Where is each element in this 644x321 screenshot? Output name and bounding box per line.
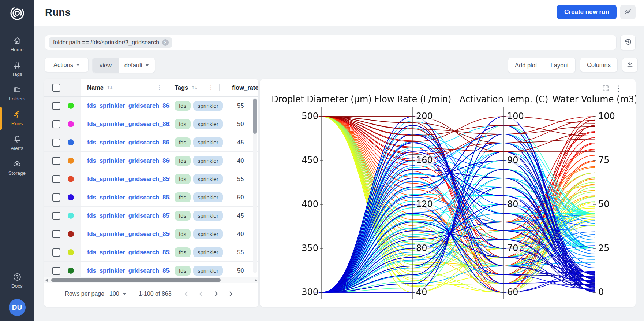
scroll-left-arrow[interactable] xyxy=(44,279,49,282)
plot-panel: ⋮ xyxy=(260,79,636,307)
row-checkbox[interactable] xyxy=(52,230,60,238)
rows-per-page-select[interactable]: 100 xyxy=(109,291,126,297)
parallel-coordinates-chart[interactable] xyxy=(260,79,636,307)
scroll-right-arrow[interactable] xyxy=(253,279,258,282)
tag-pill: fds xyxy=(175,156,191,166)
sidebar-item-label: Tags xyxy=(12,71,22,77)
run-name-link[interactable]: fds_sprinkler_gridsearch_861 xyxy=(87,139,170,146)
table-row: fds_sprinkler_gridsearch_860fdssprinkler… xyxy=(44,152,258,170)
fullscreen-icon[interactable] xyxy=(602,85,609,92)
run-tags-cell: fdssprinkler xyxy=(170,225,220,243)
download-button[interactable] xyxy=(622,58,638,72)
row-checkbox[interactable] xyxy=(52,248,60,257)
column-header-flow-rate[interactable]: flow_rate xyxy=(220,79,258,96)
tag-pill: sprinkler xyxy=(193,174,223,184)
run-name-link[interactable]: fds_sprinkler_gridsearch_857 xyxy=(87,212,170,219)
table-row: fds_sprinkler_gridsearch_855fdssprinkler… xyxy=(44,243,258,262)
filter-history-button[interactable] xyxy=(620,35,636,50)
row-checkbox[interactable] xyxy=(52,212,60,220)
plot-tools-group: Add plot Layout xyxy=(508,58,576,73)
row-checkbox[interactable] xyxy=(52,120,60,128)
run-name-link[interactable]: fds_sprinkler_gridsearch_860 xyxy=(87,157,170,164)
column-menu-icon[interactable]: ⋮ xyxy=(157,84,162,91)
tag-pill: fds xyxy=(175,266,191,276)
runner-icon xyxy=(12,110,22,119)
row-checkbox[interactable] xyxy=(52,102,60,110)
run-tags-cell: fdssprinkler xyxy=(170,152,220,170)
row-checkbox[interactable] xyxy=(52,175,60,183)
row-select-cell xyxy=(44,170,80,188)
vertical-scrollbar-thumb[interactable] xyxy=(253,99,257,134)
layout-button[interactable]: Layout xyxy=(544,58,576,73)
column-menu-icon[interactable]: ⋮ xyxy=(208,84,214,91)
sort-icon[interactable]: ↑↓ xyxy=(191,85,197,91)
table-row: fds_sprinkler_gridsearch_859fdssprinkler… xyxy=(44,170,258,188)
table-horizontal-scrollbar xyxy=(44,277,258,283)
view-default-label: default xyxy=(124,62,143,69)
add-plot-button[interactable]: Add plot xyxy=(508,58,544,73)
run-name-link[interactable]: fds_sprinkler_gridsearch_855 xyxy=(87,249,170,256)
column-header-name[interactable]: Name ↑↓ ⋮ xyxy=(80,79,170,96)
row-checkbox[interactable] xyxy=(52,157,60,165)
column-header-label: Tags xyxy=(175,84,188,91)
row-select-cell xyxy=(44,133,80,151)
close-circle-icon[interactable]: × xyxy=(162,39,169,46)
plot-menu-icon[interactable]: ⋮ xyxy=(615,84,622,93)
runs-table-body: fds_sprinkler_gridsearch_863fdssprinkler… xyxy=(44,97,258,280)
run-name-link[interactable]: fds_sprinkler_gridsearch_859 xyxy=(87,176,170,182)
row-select-cell xyxy=(44,188,80,206)
run-color-dot xyxy=(68,194,74,200)
filter-pill-text: folder.path == /fds/sprinkler/3_gridsear… xyxy=(53,39,159,46)
column-divider xyxy=(259,66,259,321)
run-name-cell: fds_sprinkler_gridsearch_862 xyxy=(80,115,170,133)
sidebar-item-folders[interactable]: Folders xyxy=(0,81,34,106)
run-name-cell: fds_sprinkler_gridsearch_857 xyxy=(80,207,170,225)
pagination-range: 1-100 of 863 xyxy=(139,291,172,297)
user-avatar[interactable]: DU xyxy=(9,299,26,316)
sidebar-nav: Home Tags Folders xyxy=(0,32,34,180)
next-page-button[interactable] xyxy=(210,288,222,300)
tag-pill: fds xyxy=(175,247,191,257)
tag-pill: fds xyxy=(175,211,191,221)
sidebar-item-alerts[interactable]: Alerts xyxy=(0,131,34,155)
compare-runs-button[interactable] xyxy=(620,5,636,19)
tag-pill: sprinkler xyxy=(193,247,223,257)
chevron-down-icon xyxy=(123,293,126,295)
run-name-cell: fds_sprinkler_gridsearch_856 xyxy=(80,225,170,243)
row-checkbox[interactable] xyxy=(52,193,60,202)
view-segment[interactable]: view xyxy=(93,58,119,73)
sidebar-item-storage[interactable]: Storage xyxy=(0,155,34,180)
rows-per-page-label: Rows per page xyxy=(65,291,104,297)
run-color-dot xyxy=(68,103,74,109)
sidebar-item-docs[interactable]: Docs xyxy=(0,269,34,293)
columns-button[interactable]: Columns xyxy=(580,58,618,72)
table-row: fds_sprinkler_gridsearch_858fdssprinkler… xyxy=(44,188,258,207)
select-all-checkbox[interactable] xyxy=(52,84,60,92)
row-checkbox[interactable] xyxy=(52,139,60,147)
app-logo-icon[interactable] xyxy=(8,4,26,22)
first-page-button[interactable] xyxy=(180,288,191,300)
run-name-link[interactable]: fds_sprinkler_gridsearch_856 xyxy=(87,230,170,237)
previous-page-button[interactable] xyxy=(195,288,207,300)
run-name-link[interactable]: fds_sprinkler_gridsearch_863 xyxy=(87,102,170,109)
actions-menu-button[interactable]: Actions xyxy=(45,58,89,72)
rows-per-page-value: 100 xyxy=(109,291,119,297)
sort-icon[interactable]: ↑↓ xyxy=(106,85,112,91)
row-checkbox[interactable] xyxy=(52,267,60,275)
page-header: Runs Create new run xyxy=(34,0,644,26)
horizontal-scrollbar-thumb[interactable] xyxy=(51,278,221,282)
sidebar-item-runs[interactable]: Runs xyxy=(0,106,34,131)
last-page-button[interactable] xyxy=(226,288,237,300)
sidebar-item-tags[interactable]: Tags xyxy=(0,57,34,81)
row-select-cell xyxy=(44,97,80,115)
column-header-tags[interactable]: Tags ↑↓ ⋮ xyxy=(170,79,220,96)
run-name-link[interactable]: fds_sprinkler_gridsearch_858 xyxy=(87,194,170,201)
filter-input[interactable]: folder.path == /fds/sprinkler/3_gridsear… xyxy=(45,35,617,50)
view-segmented-control: view default xyxy=(92,58,155,73)
bell-icon xyxy=(13,135,22,144)
run-name-link[interactable]: fds_sprinkler_gridsearch_854 xyxy=(87,267,170,274)
create-new-run-button[interactable]: Create new run xyxy=(557,5,617,19)
sidebar-item-home[interactable]: Home xyxy=(0,32,34,57)
run-name-link[interactable]: fds_sprinkler_gridsearch_862 xyxy=(87,121,170,128)
view-default-select[interactable]: default xyxy=(119,58,155,73)
